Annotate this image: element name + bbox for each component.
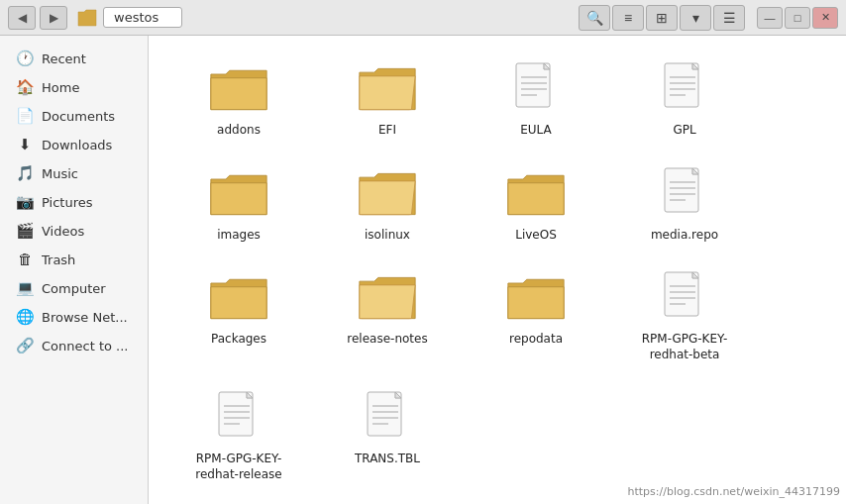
home-icon: 🏠 xyxy=(16,78,34,96)
sidebar-item-pictures[interactable]: 📷 Pictures xyxy=(4,188,144,216)
svg-rect-20 xyxy=(219,392,253,436)
efi-label: EFI xyxy=(378,123,396,139)
liveos-icon xyxy=(504,164,568,224)
chevron-down-icon: ▾ xyxy=(692,10,699,26)
restore-button[interactable]: □ xyxy=(785,7,810,29)
eula-label: EULA xyxy=(520,123,552,139)
images-icon xyxy=(207,164,270,224)
repodata-icon xyxy=(504,268,568,328)
browse-net-icon: 🌐 xyxy=(16,308,34,326)
sidebar-item-downloads[interactable]: ⬇ Downloads xyxy=(4,131,144,158)
list-icon: ≡ xyxy=(624,10,632,26)
sidebar-label-home: Home xyxy=(42,80,79,95)
close-button[interactable]: ✕ xyxy=(812,7,838,29)
file-item-eula[interactable]: EULA xyxy=(462,51,610,147)
sidebar-item-trash[interactable]: 🗑 Trash xyxy=(4,246,144,273)
file-item-isolinux[interactable]: isolinux xyxy=(313,156,462,252)
music-icon: 🎵 xyxy=(16,164,34,182)
menu-icon: ☰ xyxy=(723,10,736,26)
file-item-rpm-gpg-beta[interactable]: RPM-GPG-KEY-redhat-beta xyxy=(610,260,759,370)
sidebar-label-downloads: Downloads xyxy=(42,138,112,152)
liveos-label: LiveOS xyxy=(515,228,557,244)
window-controls: — □ ✕ xyxy=(757,7,838,29)
connect-to-icon: 🔗 xyxy=(16,337,34,354)
minimize-button[interactable]: — xyxy=(757,7,783,29)
file-item-liveos[interactable]: LiveOS xyxy=(462,156,610,252)
minimize-icon: — xyxy=(765,12,776,24)
rpm-gpg-beta-icon xyxy=(653,268,716,328)
file-item-efi[interactable]: EFI xyxy=(313,51,462,147)
file-item-packages[interactable]: Packages xyxy=(164,260,313,370)
sidebar-label-connect-to: Connect to ... xyxy=(42,339,128,353)
videos-icon: 🎬 xyxy=(16,222,34,240)
sidebar-label-recent: Recent xyxy=(42,51,86,66)
documents-icon: 📄 xyxy=(16,107,34,125)
forward-button[interactable]: ▶ xyxy=(40,6,67,30)
gpl-label: GPL xyxy=(673,123,695,139)
sidebar-item-computer[interactable]: 💻 Computer xyxy=(4,274,144,302)
sidebar-item-connect-to[interactable]: 🔗 Connect to ... xyxy=(4,332,144,359)
svg-rect-25 xyxy=(368,392,401,436)
sidebar-label-computer: Computer xyxy=(42,281,106,296)
forward-icon: ▶ xyxy=(50,11,58,25)
trash-icon: 🗑 xyxy=(16,251,34,268)
downloads-icon: ⬇ xyxy=(16,136,34,153)
rpm-gpg-beta-label: RPM-GPG-KEY-redhat-beta xyxy=(642,332,728,362)
isolinux-label: isolinux xyxy=(365,228,410,244)
packages-label: Packages xyxy=(211,332,266,348)
sidebar: 🕐 Recent 🏠 Home 📄 Documents ⬇ Downloads … xyxy=(0,36,149,504)
main-area: 🕐 Recent 🏠 Home 📄 Documents ⬇ Downloads … xyxy=(0,36,846,504)
sidebar-item-recent[interactable]: 🕐 Recent xyxy=(4,45,144,72)
media-repo-icon xyxy=(653,164,716,224)
file-item-media-repo[interactable]: media.repo xyxy=(610,156,759,252)
file-item-repodata[interactable]: repodata xyxy=(462,260,610,370)
back-icon: ◀ xyxy=(18,11,27,25)
restore-icon: □ xyxy=(794,12,801,24)
file-item-addons[interactable]: addons xyxy=(164,51,313,147)
menu-button[interactable]: ☰ xyxy=(713,5,745,31)
svg-rect-15 xyxy=(665,272,698,316)
media-repo-label: media.repo xyxy=(651,228,718,244)
file-item-rpm-gpg-release[interactable]: RPM-GPG-KEY-redhat-release xyxy=(164,380,313,490)
isolinux-icon xyxy=(356,164,419,224)
file-item-gpl[interactable]: GPL xyxy=(610,51,759,147)
release-notes-icon xyxy=(356,268,419,328)
list-view-button[interactable]: ≡ xyxy=(612,5,644,31)
view-dropdown-button[interactable]: ▾ xyxy=(680,5,711,31)
packages-icon xyxy=(207,268,270,328)
trans-tbl-icon xyxy=(356,388,419,448)
sidebar-item-browse-net[interactable]: 🌐 Browse Net... xyxy=(4,303,144,331)
computer-icon: 💻 xyxy=(16,279,34,297)
svg-rect-5 xyxy=(665,63,698,107)
efi-icon xyxy=(356,59,419,119)
back-button[interactable]: ◀ xyxy=(8,6,36,30)
rpm-gpg-release-icon xyxy=(207,388,270,448)
addons-label: addons xyxy=(217,123,261,139)
sidebar-label-pictures: Pictures xyxy=(42,195,92,210)
recent-icon: 🕐 xyxy=(16,50,34,67)
file-item-trans-tbl[interactable]: TRANS.TBL xyxy=(313,380,462,490)
images-label: images xyxy=(217,228,261,244)
sidebar-item-music[interactable]: 🎵 Music xyxy=(4,159,144,187)
toolbar-right: 🔍 ≡ ⊞ ▾ ☰ xyxy=(579,5,745,31)
addons-icon xyxy=(207,59,270,119)
sidebar-item-videos[interactable]: 🎬 Videos xyxy=(4,217,144,245)
sidebar-item-home[interactable]: 🏠 Home xyxy=(4,73,144,101)
release-notes-label: release-notes xyxy=(347,332,427,348)
sidebar-label-browse-net: Browse Net... xyxy=(42,310,128,325)
window-title: westos xyxy=(103,7,182,28)
svg-rect-10 xyxy=(665,168,698,212)
sidebar-label-videos: Videos xyxy=(42,224,84,239)
file-grid: addons EFI EULA GPL images xyxy=(164,51,830,491)
file-item-images[interactable]: images xyxy=(164,156,313,252)
close-icon: ✕ xyxy=(821,11,830,24)
sidebar-item-documents[interactable]: 📄 Documents xyxy=(4,102,144,130)
eula-icon xyxy=(504,59,568,119)
sidebar-label-trash: Trash xyxy=(42,252,75,267)
search-icon: 🔍 xyxy=(586,10,603,26)
grid-icon: ⊞ xyxy=(656,10,668,26)
file-item-release-notes[interactable]: release-notes xyxy=(313,260,462,370)
search-button[interactable]: 🔍 xyxy=(579,5,610,31)
grid-view-button[interactable]: ⊞ xyxy=(646,5,678,31)
content-area: addons EFI EULA GPL images xyxy=(149,36,846,504)
